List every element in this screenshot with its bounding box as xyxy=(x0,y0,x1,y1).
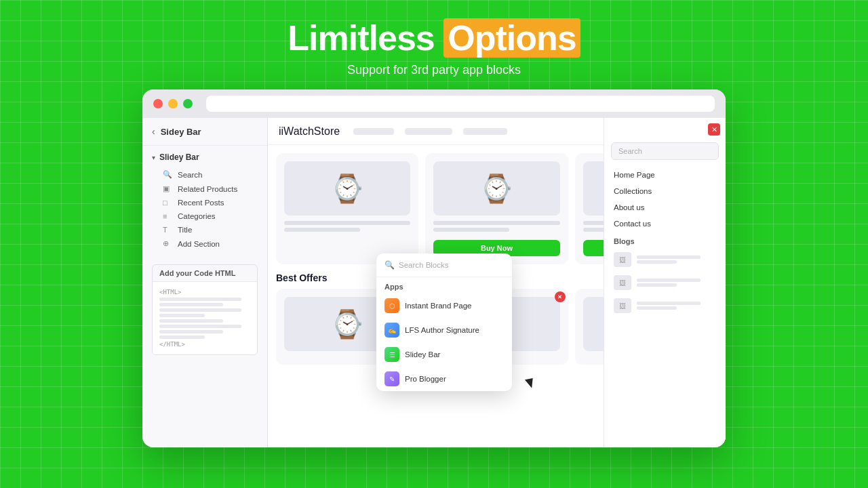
blog-item-2: 🖼 xyxy=(604,271,726,294)
maximize-dot[interactable] xyxy=(183,99,193,108)
cursor-arrow-icon xyxy=(525,378,534,389)
code-line-7 xyxy=(159,330,223,333)
sidebar-item-search[interactable]: 🔍 Search xyxy=(152,167,258,182)
watch-image-icon-4: ⌚ xyxy=(330,308,364,340)
slidey-nav-home[interactable]: Home Page xyxy=(604,167,726,183)
sidebar-item-search-label: Search xyxy=(178,171,202,179)
mouse-cursor xyxy=(526,379,534,388)
slidey-bar-icon: ☰ xyxy=(384,347,399,362)
code-section-title: Add your Code HTML xyxy=(153,265,257,282)
sidebar-item-related-label: Related Products xyxy=(178,185,237,193)
box-icon: ▣ xyxy=(163,184,172,193)
section-header: ▾ Slidey Bar xyxy=(152,152,258,162)
sidebar-item-categories[interactable]: ≡ Categories xyxy=(152,209,258,223)
slidey-nav-contact[interactable]: Contact us xyxy=(604,216,726,232)
blog-title-line-1 xyxy=(637,256,701,259)
text-icon: T xyxy=(163,226,172,234)
code-line-2 xyxy=(159,303,223,306)
sidebar-panel-title: Sidey Bar xyxy=(161,127,201,137)
popup-item-slidey-label: Slidey Bar xyxy=(405,350,440,359)
app-blocks-popup: 🔍 Search Blocks Apps ⬡ Instant Brand Pag… xyxy=(376,253,512,391)
code-section: Add your Code HTML <HTML> </HTML> xyxy=(152,264,258,355)
minimize-dot[interactable] xyxy=(168,99,178,108)
hero-section: Limitless Options Support for 3rd party … xyxy=(0,0,868,89)
product-name-line-2 xyxy=(433,221,559,225)
sidebar-item-categories-label: Categories xyxy=(178,212,216,220)
code-content: <HTML> </HTML> xyxy=(153,282,257,354)
slidey-nav-collections[interactable]: Collections xyxy=(604,183,726,199)
code-line-4 xyxy=(159,314,205,317)
pro-blogger-icon: ✎ xyxy=(384,371,399,386)
sidebar-item-add-label: Add Section xyxy=(178,240,220,248)
sidebar-item-related-products[interactable]: ▣ Related Products xyxy=(152,182,258,196)
slidey-close-button[interactable]: ✕ xyxy=(708,123,720,136)
blog-item-1: 🖼 xyxy=(604,248,726,271)
section-title-label: Slidey Bar xyxy=(159,152,199,162)
popup-search-text: Search Blocks xyxy=(399,261,504,269)
code-line-8 xyxy=(159,336,205,339)
hero-title: Limitless Options xyxy=(0,19,868,58)
popup-item-pro-blogger-label: Pro Blogger xyxy=(405,375,446,383)
back-button[interactable]: ‹ xyxy=(152,126,155,137)
code-line-1 xyxy=(159,298,241,301)
address-bar[interactable] xyxy=(206,96,715,112)
popup-apps-title: Apps xyxy=(376,277,512,293)
popup-item-instant-brand[interactable]: ⬡ Instant Brand Page xyxy=(376,293,512,318)
product-name-line-1 xyxy=(284,221,410,225)
sidebar-item-recent-posts[interactable]: □ Recent Posts xyxy=(152,196,258,209)
sidebar-item-add-section[interactable]: ⊕ Add Section xyxy=(152,237,258,251)
instant-brand-icon: ⬡ xyxy=(384,298,399,313)
blog-meta-line-2 xyxy=(637,283,677,287)
blog-meta-line-1 xyxy=(637,260,677,264)
code-close-tag: </HTML> xyxy=(159,341,250,348)
popup-search-icon: 🔍 xyxy=(384,260,395,270)
nav-placeholder-3 xyxy=(463,128,507,135)
product-image-2: ⌚ xyxy=(433,161,559,216)
blog-text-lines-2 xyxy=(637,277,716,288)
search-icon: 🔍 xyxy=(163,170,172,179)
blogs-section-title: Blogs xyxy=(604,232,726,248)
blog-text-lines-3 xyxy=(637,300,716,311)
code-line-6 xyxy=(159,325,241,328)
chevron-down-icon: ▾ xyxy=(152,154,155,161)
sidebar-item-title-label: Title xyxy=(178,226,192,234)
hero-subtitle: Support for 3rd party app blocks xyxy=(0,63,868,77)
watch-image-icon-2: ⌚ xyxy=(479,173,513,205)
code-line-5 xyxy=(159,319,223,323)
popup-search-bar[interactable]: 🔍 Search Blocks xyxy=(376,253,512,277)
browser-window: ‹ Sidey Bar ▾ Slidey Bar 🔍 Search ▣ Rela… xyxy=(142,89,726,447)
watch-image-icon-1: ⌚ xyxy=(330,173,364,205)
browser-content: ‹ Sidey Bar ▾ Slidey Bar 🔍 Search ▣ Rela… xyxy=(142,118,726,447)
sidebar-main-section: ▾ Slidey Bar 🔍 Search ▣ Related Products… xyxy=(142,146,267,258)
product-image-1: ⌚ xyxy=(284,161,410,216)
popup-item-slidey-bar[interactable]: ☰ Slidey Bar xyxy=(376,342,512,367)
code-open-tag: <HTML> xyxy=(159,289,250,296)
blog-text-lines-1 xyxy=(637,254,716,265)
product-card-1: ⌚ xyxy=(276,153,418,264)
product-price-line-2 xyxy=(433,228,509,232)
plus-circle-icon: ⊕ xyxy=(163,239,172,248)
slidey-panel: ✕ Search Home Page Collections About us … xyxy=(604,118,726,447)
popup-item-lfs-author[interactable]: ✍ LFS Author Signature xyxy=(376,318,512,342)
close-dot[interactable] xyxy=(153,99,163,108)
discount-badge-5: ✕ xyxy=(555,291,566,302)
popup-item-instant-brand-label: Instant Brand Page xyxy=(405,302,471,310)
blog-item-3: 🖼 xyxy=(604,294,726,317)
hero-title-plain: Limitless xyxy=(288,18,443,58)
hero-title-highlight: Options xyxy=(443,18,580,58)
document-icon: □ xyxy=(163,199,172,207)
popup-item-pro-blogger[interactable]: ✎ Pro Blogger xyxy=(376,367,512,391)
blog-thumbnail-2: 🖼 xyxy=(614,275,631,290)
blog-title-line-3 xyxy=(637,302,701,305)
nav-placeholder-2 xyxy=(405,128,452,135)
store-logo: iiWatchStore xyxy=(279,125,340,138)
slidey-search-input[interactable]: Search xyxy=(611,142,719,160)
blog-thumbnail-1: 🖼 xyxy=(614,252,631,267)
product-card-2: ⌚ Buy Now xyxy=(425,153,568,264)
code-line-3 xyxy=(159,308,241,312)
slidey-nav-about[interactable]: About us xyxy=(604,199,726,216)
blog-title-line-2 xyxy=(637,279,701,282)
lfs-author-icon: ✍ xyxy=(384,323,399,338)
sidebar-item-title[interactable]: T Title xyxy=(152,223,258,237)
browser-titlebar xyxy=(142,89,726,118)
